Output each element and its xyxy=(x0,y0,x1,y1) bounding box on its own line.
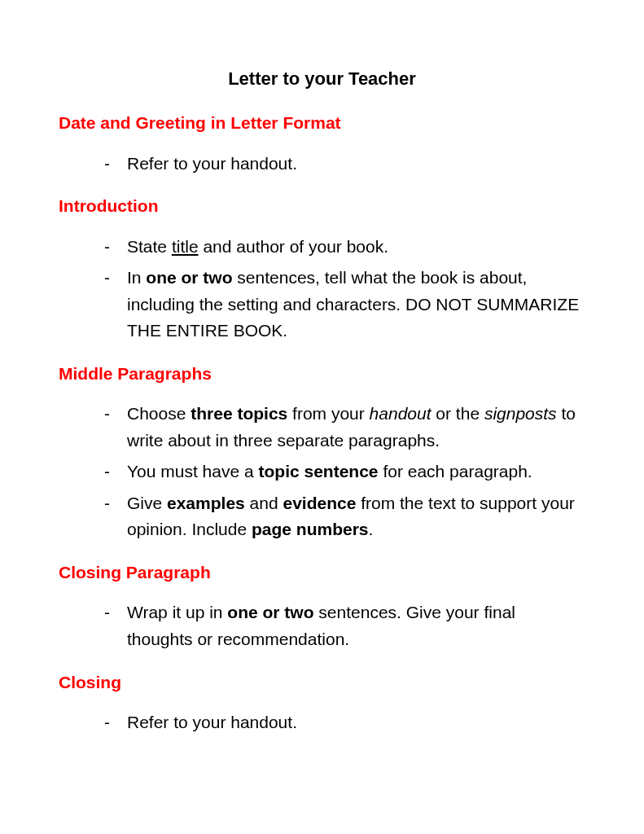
section-heading: Date and Greeting in Letter Format xyxy=(59,110,585,136)
text-run: for each paragraph. xyxy=(379,462,532,481)
bullet-list: Refer to your handout. xyxy=(104,709,585,736)
text-run: signposts xyxy=(484,404,557,423)
text-run: Refer to your handout. xyxy=(127,154,297,173)
text-run: Choose xyxy=(127,404,191,423)
bullet-list: Wrap it up in one or two sentences. Give… xyxy=(104,599,585,652)
list-item: In one or two sentences, tell what the b… xyxy=(104,265,585,345)
text-run: one or two xyxy=(146,268,232,287)
section-heading: Closing Paragraph xyxy=(59,560,585,586)
text-run: evidence xyxy=(283,494,356,512)
text-run: from your xyxy=(287,404,369,423)
list-item: Give examples and evidence from the text… xyxy=(104,490,585,543)
text-run: You must have a xyxy=(127,462,259,481)
text-run: topic sentence xyxy=(259,462,379,481)
text-run: Refer to your handout. xyxy=(127,713,297,731)
text-run: and xyxy=(245,494,283,512)
list-item: Choose three topics from your handout or… xyxy=(104,401,585,454)
text-run: title xyxy=(172,237,199,256)
text-run: handout xyxy=(370,404,432,423)
list-item: Refer to your handout. xyxy=(104,709,585,736)
text-run: examples xyxy=(167,494,245,512)
text-run: State xyxy=(127,237,172,256)
text-run: and author of your book. xyxy=(199,237,389,256)
section-heading: Introduction xyxy=(59,193,585,219)
text-run: three topics xyxy=(191,404,287,423)
section-heading: Closing xyxy=(59,669,585,696)
text-run: . xyxy=(369,520,374,538)
page-title: Letter to your Teacher xyxy=(59,65,585,92)
text-run: page numbers xyxy=(252,520,369,538)
bullet-list: Choose three topics from your handout or… xyxy=(104,401,585,543)
document-content: Date and Greeting in Letter FormatRefer … xyxy=(59,110,585,736)
text-run: Give xyxy=(127,494,167,512)
text-run: one or two xyxy=(227,603,313,621)
list-item: Refer to your handout. xyxy=(104,151,585,178)
list-item: Wrap it up in one or two sentences. Give… xyxy=(104,599,585,652)
text-run: In xyxy=(127,268,146,287)
text-run: Wrap it up in xyxy=(127,603,227,621)
bullet-list: Refer to your handout. xyxy=(104,151,585,178)
bullet-list: State title and author of your book.In o… xyxy=(104,234,585,345)
list-item: You must have a topic sentence for each … xyxy=(104,459,585,485)
section-heading: Middle Paragraphs xyxy=(59,361,585,387)
list-item: State title and author of your book. xyxy=(104,234,585,261)
text-run: or the xyxy=(432,404,484,423)
